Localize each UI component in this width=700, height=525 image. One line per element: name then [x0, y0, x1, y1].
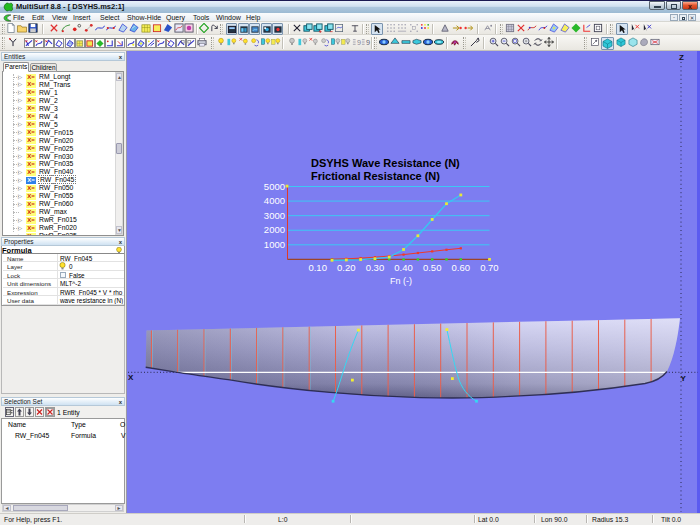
svg-text:Frictional Resistance (N): Frictional Resistance (N): [311, 170, 440, 182]
svg-text:4000: 4000: [264, 195, 285, 206]
svg-text:5000: 5000: [264, 181, 285, 192]
svg-text:X: X: [128, 373, 134, 382]
svg-text:2000: 2000: [264, 224, 285, 235]
svg-text:0.30: 0.30: [366, 262, 385, 273]
svg-text:Y: Y: [681, 374, 687, 383]
svg-text:0.10: 0.10: [308, 262, 327, 273]
svg-text:0.40: 0.40: [394, 262, 413, 273]
svg-text:Z: Z: [679, 53, 684, 62]
svg-text:0.50: 0.50: [423, 262, 442, 273]
svg-text:3000: 3000: [264, 210, 285, 221]
svg-text:9: 9: [366, 38, 370, 47]
svg-text:0.20: 0.20: [337, 262, 356, 273]
svg-text:Fn (-): Fn (-): [390, 276, 412, 286]
svg-text:0.60: 0.60: [452, 262, 471, 273]
svg-text:0.70: 0.70: [480, 262, 499, 273]
svg-text:DSYHS Wave Resistance (N): DSYHS Wave Resistance (N): [311, 157, 460, 169]
svg-text:1000: 1000: [264, 239, 285, 250]
